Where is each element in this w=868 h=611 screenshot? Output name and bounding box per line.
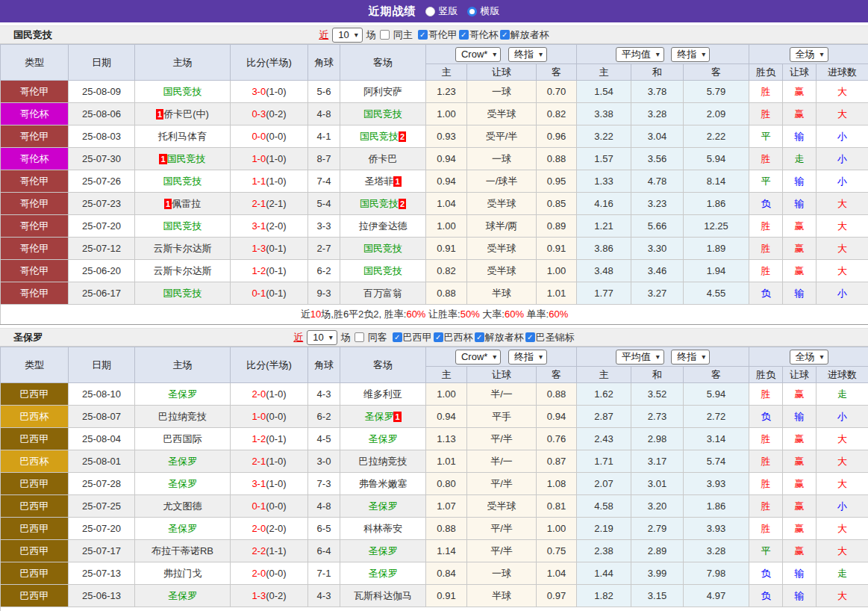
col-home: 主场 <box>135 45 231 81</box>
halftime-score: (2-0) <box>266 523 286 534</box>
team-name-text: 侨卡巴(中) <box>163 108 209 120</box>
away-team-cell: 圣保罗 <box>340 540 426 562</box>
result-handicap-cell: 输 <box>783 170 817 193</box>
col-result-goals: 进球数 <box>817 64 868 81</box>
recent-count-select[interactable]: 10 ▾ <box>332 28 363 43</box>
away-team-cell: 圣保罗1 <box>340 406 426 428</box>
competition-filter[interactable]: ✓巴西甲 <box>393 331 432 344</box>
layout-radio-horizontal[interactable]: 横版 <box>467 4 500 18</box>
checkbox-checked-icon[interactable]: ✓ <box>434 332 443 342</box>
checkbox-checked-icon[interactable]: ✓ <box>500 30 510 40</box>
competition-cell: 哥伦杯 <box>1 148 69 170</box>
result-winlose-cell: 平 <box>749 540 783 562</box>
recent-link[interactable]: 近 <box>293 331 303 344</box>
avg-away-cell: 12.25 <box>684 215 749 238</box>
odds-company-select[interactable]: Crow*▾ <box>455 47 501 62</box>
same-venue-checkbox[interactable] <box>355 332 364 342</box>
odds-dropdown-cell: Crow*▾ 终指▾ <box>426 347 577 367</box>
checkbox-checked-icon[interactable]: ✓ <box>418 30 428 40</box>
summary-text: 单率: <box>524 308 549 320</box>
competition-filter[interactable]: ✓巴西杯 <box>434 331 473 344</box>
result-goals-cell: 小 <box>817 148 868 170</box>
team-name-text: 云斯卡尔达斯 <box>154 243 212 254</box>
odds-time-select[interactable]: 终指▾ <box>508 47 547 62</box>
result-goals-cell: 大 <box>817 260 868 282</box>
away-team-cell: 圣保罗 <box>340 495 426 518</box>
fulltime-score: 2-0 <box>252 388 266 400</box>
avg-draw-cell: 3.99 <box>631 562 684 585</box>
corners-cell: 3-0 <box>308 450 340 473</box>
same-venue-checkbox[interactable] <box>380 30 390 40</box>
odds-home-cell: 0.88 <box>426 518 467 540</box>
team-name-text: 圣保罗 <box>369 433 398 444</box>
result-winlose-cell: 胜 <box>749 473 783 495</box>
chevron-down-icon: ▾ <box>702 49 705 61</box>
odds-away-cell: 1.04 <box>537 562 577 585</box>
team-name-text: 圣保罗 <box>369 500 398 512</box>
scope-select[interactable]: 全场▾ <box>790 47 828 62</box>
avg-source-select[interactable]: 平均值▾ <box>616 350 664 365</box>
odds-away-cell: 0.88 <box>537 383 577 406</box>
summary-text: 大率: <box>480 308 505 320</box>
avg-draw-cell: 3.23 <box>631 193 684 215</box>
date-cell: 25-08-04 <box>69 428 135 450</box>
match-row: 哥伦甲25-06-17国民竞技0-1(0-1)9-3百万富翁0.88半球1.01… <box>1 282 868 305</box>
home-team-cell: 国民竞技 <box>135 215 231 238</box>
odds-away-cell: 0.89 <box>537 215 577 238</box>
recent-link[interactable]: 近 <box>319 28 328 42</box>
odds-home-cell: 0.94 <box>426 406 467 428</box>
section-header: 国民竞技 近 10 ▾ 场 同主 ✓哥伦甲✓哥伦杯✓解放者杯 <box>0 25 868 44</box>
competition-filter[interactable]: ✓解放者杯 <box>475 331 524 344</box>
home-team-cell: 布拉干蒂诺RB <box>135 540 231 562</box>
competition-filter[interactable]: ✓巴圣锦标 <box>525 331 575 344</box>
col-avg-home: 主 <box>577 367 631 383</box>
score-cell: 1-3(0-1) <box>231 238 308 260</box>
avg-draw-cell: 3.20 <box>631 495 684 518</box>
avg-draw-cell: 2.98 <box>631 428 684 450</box>
competition-cell: 巴西甲 <box>1 473 69 495</box>
recent-count-select[interactable]: 10 ▾ <box>307 330 337 345</box>
games-label: 场 <box>366 28 376 42</box>
score-cell: 2-2(1-1) <box>231 540 308 562</box>
away-team-cell: 阿利安萨 <box>340 81 426 103</box>
corners-cell: 2-7 <box>308 238 340 260</box>
handicap-cell: 半/一 <box>467 450 537 473</box>
checkbox-checked-icon[interactable]: ✓ <box>393 332 402 342</box>
scope-value: 全场 <box>796 351 815 363</box>
date-cell: 25-07-23 <box>69 193 135 215</box>
fulltime-score: 3-1 <box>252 220 266 232</box>
result-goals-cell: 大 <box>817 103 868 125</box>
fulltime-score: 2-1 <box>252 456 266 467</box>
odds-time-select[interactable]: 终指▾ <box>508 350 547 365</box>
layout-radio-vertical[interactable]: 竖版 <box>425 4 458 18</box>
avg-draw-cell: 2.79 <box>631 518 684 540</box>
competition-cell: 哥伦甲 <box>1 125 69 148</box>
col-odds-home: 主 <box>426 64 467 81</box>
col-score: 比分(半场) <box>231 45 308 81</box>
halftime-score: (0-0) <box>266 568 286 579</box>
avg-time-select[interactable]: 终指▾ <box>671 350 710 365</box>
odds-company-select[interactable]: Crow*▾ <box>455 350 501 365</box>
competition-filter[interactable]: ✓解放者杯 <box>500 28 549 42</box>
checkbox-checked-icon[interactable]: ✓ <box>475 332 484 342</box>
col-corner: 角球 <box>308 45 340 81</box>
col-avg-draw: 和 <box>631 64 684 81</box>
date-cell: 25-07-12 <box>69 238 135 260</box>
scope-select[interactable]: 全场▾ <box>790 350 828 365</box>
avg-source-select[interactable]: 平均值▾ <box>616 47 664 62</box>
competition-filter[interactable]: ✓哥伦甲 <box>418 28 458 42</box>
away-team-cell: 拉伊奎达德 <box>340 215 426 238</box>
avg-home-cell: 1.21 <box>577 215 631 238</box>
competition-filter[interactable]: ✓哥伦杯 <box>459 28 499 42</box>
radio-selected-icon <box>467 7 477 16</box>
checkbox-checked-icon[interactable]: ✓ <box>525 332 535 342</box>
corners-cell: 5-6 <box>308 81 340 103</box>
chevron-down-icon: ▾ <box>656 49 660 61</box>
competition-filter-label: 哥伦杯 <box>469 28 499 42</box>
odds-home-cell: 0.82 <box>426 260 467 282</box>
away-team-cell: 国民竞技 <box>340 260 426 282</box>
avg-time-select[interactable]: 终指▾ <box>671 47 710 62</box>
col-corner: 角球 <box>308 347 340 383</box>
fulltime-score: 0-1 <box>252 500 266 512</box>
checkbox-checked-icon[interactable]: ✓ <box>459 30 469 40</box>
